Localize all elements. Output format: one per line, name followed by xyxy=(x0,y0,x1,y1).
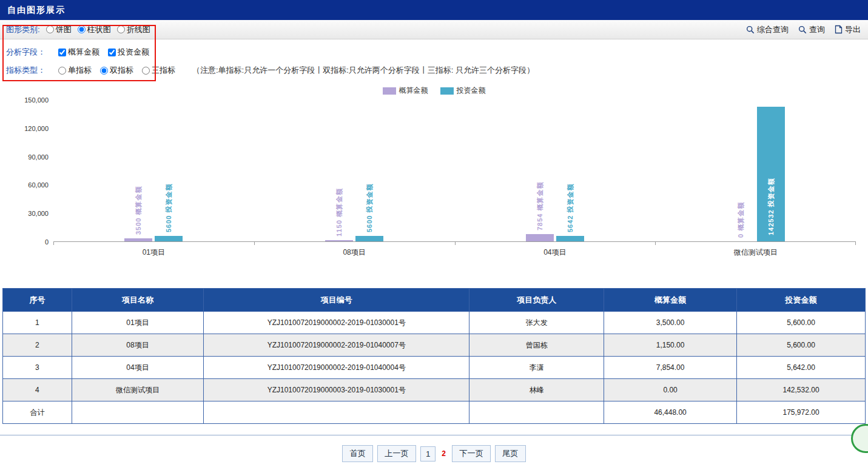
indicator-single-label: 单指标 xyxy=(68,65,92,76)
cell-index: 1 xyxy=(3,312,72,334)
col-header-index: 序号 xyxy=(3,289,72,312)
pagination-last-button[interactable]: 尾页 xyxy=(495,445,526,462)
composite-query-label: 综合查询 xyxy=(757,24,789,35)
y-tick-label: 150,000 xyxy=(24,96,49,104)
pagination-next-button[interactable]: 下一页 xyxy=(452,445,491,462)
table-row: 4 微信测试项目 YZJ1010072019000003-2019-010300… xyxy=(3,379,866,401)
cell-index: 2 xyxy=(3,334,72,357)
cell-index: 4 xyxy=(3,379,72,401)
chart-type-line-radio[interactable] xyxy=(117,25,125,33)
panel-bottom-border xyxy=(0,435,868,435)
chart-type-bar[interactable]: 柱状图 xyxy=(78,24,111,35)
x-category-label: 08项目 xyxy=(254,242,455,258)
cell-total-label: 合计 xyxy=(3,401,72,424)
chart-type-bar-radio[interactable] xyxy=(78,25,86,33)
export-label: 导出 xyxy=(845,24,861,35)
composite-query-button[interactable]: 综合查询 xyxy=(746,24,789,35)
chart-type-line[interactable]: 折线图 xyxy=(117,24,150,35)
cell-total-investment: 175,972.00 xyxy=(737,401,866,424)
query-label: 查询 xyxy=(809,24,825,35)
bar-value-label: 5600 投资金额 xyxy=(365,183,374,232)
app-header: 自由图形展示 xyxy=(0,0,868,20)
col-header-investment-amount: 投资金额 xyxy=(737,289,866,312)
pagination-prev-button[interactable]: 上一页 xyxy=(377,445,416,462)
analysis-fields-row: 分析字段： 概算金额 投资金额 xyxy=(6,43,862,61)
indicator-single-radio[interactable] xyxy=(58,67,66,75)
cell-project-code: YZJ1010072019000002-2019-01040004号 xyxy=(204,357,469,379)
cell-project-name: 08项目 xyxy=(72,334,204,357)
cell-investment-amount: 142,532.00 xyxy=(737,379,866,401)
cell-project-name: 04项目 xyxy=(72,357,204,379)
pagination-first-button[interactable]: 首页 xyxy=(342,445,373,462)
analysis-field-investment[interactable]: 投资金额 xyxy=(108,47,149,58)
document-export-icon xyxy=(835,25,843,34)
cell-project-code: YZJ1010072019000002-2019-01030001号 xyxy=(204,312,469,334)
cell-project-owner: 李潇 xyxy=(469,357,604,379)
chart-type-pie-radio[interactable] xyxy=(46,25,54,33)
cell-index: 3 xyxy=(3,357,72,379)
bar-value-label: 142532 投资金额 xyxy=(767,178,776,235)
axis-tick xyxy=(655,241,656,245)
table-row: 1 01项目 YZJ1010072019000002-2019-01030001… xyxy=(3,312,866,334)
col-header-estimate-amount: 概算金额 xyxy=(604,289,737,312)
table-row: 3 04项目 YZJ1010072019000002-2019-01040004… xyxy=(3,357,866,379)
data-table: 序号 项目名称 项目编号 项目负责人 概算金额 投资金额 1 01项目 YZJ1… xyxy=(2,288,866,424)
toolbar-actions: 综合查询 查询 导出 xyxy=(746,24,862,35)
bar-value-label: 1150 概算金额 xyxy=(335,188,344,237)
table-row: 2 08项目 YZJ1010072019000002-2019-01040007… xyxy=(3,334,866,357)
indicator-single[interactable]: 单指标 xyxy=(58,65,92,76)
legend-item[interactable]: 投资金额 xyxy=(440,86,486,96)
filter-panel: 分析字段： 概算金额 投资金额 指标类型： 单指标 双指标 三指标 xyxy=(0,39,868,81)
pagination: 首页 上一页 1 2 下一页 尾页 xyxy=(0,445,868,462)
analysis-fields-label: 分析字段： xyxy=(6,47,50,58)
analysis-field-estimate[interactable]: 概算金额 xyxy=(58,47,99,58)
y-tick-label: 120,000 xyxy=(24,125,49,132)
plot-area: 3500 概算金额5600 投资金额1150 概算金额5600 投资金额7854… xyxy=(53,99,856,242)
table-total-row: 合计 46,448.00 175,972.00 xyxy=(3,401,866,424)
chart-type-group: 图形类别: 饼图 柱状图 折线图 xyxy=(6,24,150,35)
legend-label: 概算金额 xyxy=(399,86,428,96)
x-category-label: 01项目 xyxy=(53,242,254,258)
cell-estimate-amount: 7,854.00 xyxy=(604,357,737,379)
indicator-type-label: 指标类型： xyxy=(6,65,50,76)
y-tick-label: 60,000 xyxy=(28,181,49,189)
axis-tick xyxy=(855,241,856,245)
bar xyxy=(325,240,353,241)
y-axis: 030,00060,00090,000120,000150,000 xyxy=(0,99,53,242)
indicator-triple[interactable]: 三指标 xyxy=(142,65,175,76)
axis-tick xyxy=(455,241,456,245)
x-category-label: 04项目 xyxy=(455,242,656,258)
search-plus-icon xyxy=(746,25,755,34)
indicator-double[interactable]: 双指标 xyxy=(100,65,133,76)
chart-type-line-label: 折线图 xyxy=(127,24,150,35)
cell-project-name: 01项目 xyxy=(72,312,204,334)
analysis-field-investment-checkbox[interactable] xyxy=(108,49,116,56)
pagination-page-1-button[interactable]: 1 xyxy=(420,446,436,462)
legend-swatch xyxy=(383,87,396,95)
analysis-field-estimate-checkbox[interactable] xyxy=(58,49,66,56)
export-button[interactable]: 导出 xyxy=(835,24,861,35)
y-tick-label: 30,000 xyxy=(28,210,49,217)
y-tick-label: 90,000 xyxy=(28,153,49,161)
search-icon xyxy=(798,25,807,34)
legend-item[interactable]: 概算金额 xyxy=(383,86,428,96)
chart-type-pie[interactable]: 饼图 xyxy=(46,24,72,35)
indicator-double-radio[interactable] xyxy=(100,67,108,75)
cell-estimate-amount: 1,150.00 xyxy=(604,334,737,357)
chart-type-pie-label: 饼图 xyxy=(56,24,72,35)
cell-investment-amount: 5,642.00 xyxy=(737,357,866,379)
query-button[interactable]: 查询 xyxy=(798,24,825,35)
toolbar: 图形类别: 饼图 柱状图 折线图 综合查询 查询 xyxy=(0,20,868,39)
bar xyxy=(526,234,554,241)
chart-type-label: 图形类别: xyxy=(6,24,40,35)
indicator-triple-radio[interactable] xyxy=(142,67,150,75)
indicator-double-label: 双指标 xyxy=(110,65,133,76)
cell-project-name: 微信测试项目 xyxy=(72,379,204,401)
bar xyxy=(124,238,152,241)
legend-swatch xyxy=(440,87,454,95)
cell-empty xyxy=(469,401,604,424)
y-tick-label: 0 xyxy=(45,238,49,246)
cell-empty xyxy=(204,401,469,424)
cell-project-owner: 林峰 xyxy=(469,379,604,401)
pagination-current-page: 2 xyxy=(440,447,448,460)
